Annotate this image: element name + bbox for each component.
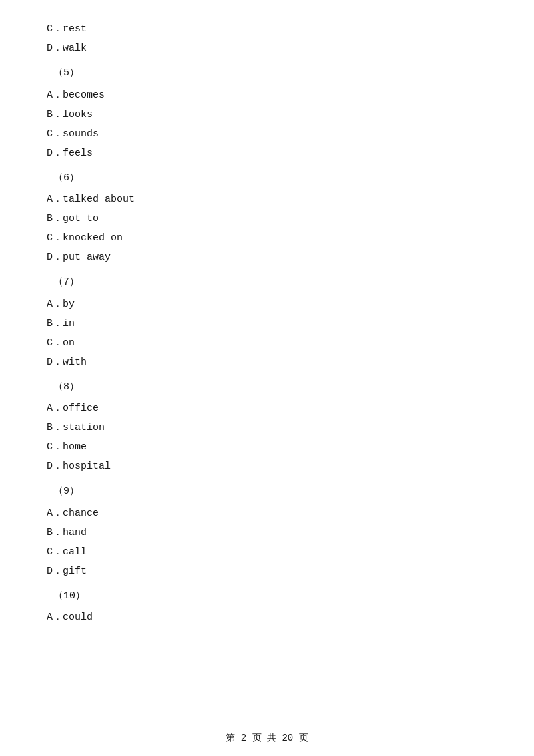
item-label: D．hospital — [47, 461, 111, 472]
list-item: D．feels — [47, 144, 487, 162]
list-item: B．got to — [47, 210, 487, 228]
section-number: （7） — [47, 273, 487, 293]
item-label: D．gift — [47, 566, 87, 577]
list-item: A．could — [47, 608, 487, 626]
item-label: B．hand — [47, 527, 87, 538]
item-label: A．chance — [47, 508, 99, 519]
item-label: B．looks — [47, 109, 93, 120]
item-label: B．got to — [47, 213, 99, 224]
item-label: C．knocked on — [47, 232, 123, 244]
item-label: C．on — [47, 337, 75, 349]
item-label: B．in — [47, 318, 75, 329]
list-item: A．talked about — [47, 190, 487, 208]
section-number: （5） — [47, 64, 487, 83]
list-item: A．becomes — [47, 86, 487, 104]
item-label: C．home — [47, 441, 87, 453]
item-label: C．sounds — [47, 128, 99, 140]
section-number: （10） — [47, 587, 487, 606]
item-label: D．put away — [47, 252, 111, 263]
item-label: D．walk — [47, 43, 87, 54]
list-item: A．by — [47, 295, 487, 313]
list-item: B．looks — [47, 106, 487, 124]
list-item: D．gift — [47, 562, 487, 580]
list-item: D．hospital — [47, 457, 487, 476]
list-item: A．chance — [47, 504, 487, 522]
item-label: D．feels — [47, 148, 93, 159]
list-item: C．sounds — [47, 125, 487, 143]
page-content: C．rest D．walk （5） A．becomes B．looks C．so… — [0, 0, 534, 668]
item-label: A．talked about — [47, 194, 135, 205]
page-footer: 第 2 页 共 20 页 — [0, 732, 534, 744]
list-item: C．call — [47, 543, 487, 561]
item-label: D．with — [47, 357, 87, 368]
section-number: （8） — [47, 378, 487, 397]
list-item: C．home — [47, 438, 487, 456]
item-label: A．office — [47, 403, 99, 414]
section-number: （9） — [47, 482, 487, 502]
list-item: B．in — [47, 315, 487, 333]
footer-text: 第 2 页 共 20 页 — [226, 733, 308, 743]
list-item: B．station — [47, 419, 487, 437]
item-label: B．station — [47, 422, 105, 433]
list-item: C．on — [47, 334, 487, 352]
list-item: B．hand — [47, 524, 487, 542]
list-item: C．rest — [47, 20, 487, 38]
item-label: A．could — [47, 612, 93, 623]
list-item: C．knocked on — [47, 229, 487, 247]
list-item: D．walk — [47, 39, 487, 57]
item-label: C．call — [47, 546, 87, 558]
list-item: D．with — [47, 353, 487, 371]
item-label: C．rest — [47, 23, 87, 35]
list-item: D．put away — [47, 248, 487, 266]
list-item: A．office — [47, 399, 487, 417]
item-label: A．by — [47, 299, 75, 310]
section-number: （6） — [47, 169, 487, 188]
item-label: A．becomes — [47, 89, 105, 101]
